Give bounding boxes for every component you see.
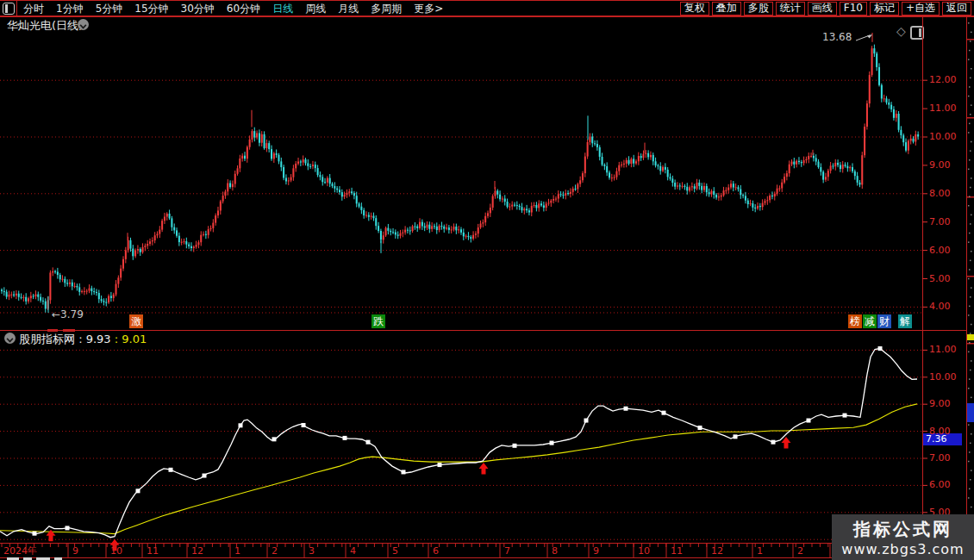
month-label: 2024年 — [3, 546, 37, 557]
month-label: 12 — [191, 546, 203, 557]
main-axis-label: 7.00 — [929, 217, 967, 227]
month-label: 9 — [593, 546, 599, 557]
month-label: 6 — [433, 546, 439, 557]
main-axis-label: 4.00 — [929, 302, 967, 312]
status-chip-榜: 榜 — [848, 314, 862, 328]
main-axis-label: 11.00 — [929, 103, 967, 114]
status-chip-减: 减 — [863, 314, 877, 328]
status-chip-解: 解 — [898, 314, 912, 328]
month-label: 12 — [711, 546, 723, 557]
main-axis-label: 6.00 — [929, 246, 967, 256]
month-label: 10 — [110, 546, 122, 557]
panel2-axis-label: 7.00 — [929, 453, 967, 464]
month-label: 2 — [797, 546, 803, 557]
watermark: 指标公式网 www.zbgs3.com — [832, 514, 974, 560]
month-label: 3 — [309, 546, 315, 557]
low-price-annotation: ←3.79 — [52, 308, 84, 320]
watermark-url: www.zbgs3.com — [832, 541, 974, 557]
high-price-annotation: 13.68 — [822, 31, 852, 43]
main-axis-label: 10.00 — [929, 132, 967, 142]
main-axis-label: 8.00 — [929, 189, 967, 199]
month-label: 10 — [638, 546, 650, 557]
panel2-axis-label: 11.00 — [929, 345, 967, 355]
month-label: 2 — [272, 546, 278, 557]
month-label: 9 — [72, 546, 78, 557]
panel2-axis-label: 9.00 — [929, 399, 967, 409]
status-chip-激: 激 — [129, 314, 143, 328]
panel2-axis-label: 10.00 — [929, 372, 967, 383]
panel2-header: 股朋指标网 : 9.93 : 9.01 — [19, 332, 147, 347]
panel2-title: 股朋指标网 — [19, 333, 75, 345]
month-label: 1 — [234, 546, 240, 557]
panel2-chevron-down-icon[interactable] — [4, 333, 16, 344]
panel2-axis-label: 6.00 — [929, 480, 967, 490]
status-chip-跌: 跌 — [371, 314, 385, 328]
month-label: 4 — [350, 546, 356, 557]
trading-app-window: 分时1分钟5分钟15分钟30分钟60分钟日线周线月线多周期更多> 复权叠加多股统… — [0, 0, 974, 560]
month-label: 8 — [552, 546, 558, 557]
panel2-white-value: 9.93 — [86, 333, 111, 345]
main-axis-label: 12.00 — [929, 75, 967, 85]
month-label: 11 — [147, 546, 159, 557]
panel2-axis-label: 8.00 — [929, 426, 967, 437]
month-label: 11 — [671, 546, 683, 557]
month-label: 1 — [757, 546, 763, 557]
chart-canvas[interactable] — [0, 0, 974, 560]
main-axis-label: 9.00 — [929, 160, 967, 171]
panel2-yellow-value: 9.01 — [122, 333, 147, 345]
status-chip-财: 财 — [877, 314, 891, 328]
watermark-site-name: 指标公式网 — [832, 518, 974, 541]
main-axis-label: 5.00 — [929, 274, 967, 284]
month-label: 7 — [504, 546, 510, 557]
month-label: 5 — [392, 546, 398, 557]
